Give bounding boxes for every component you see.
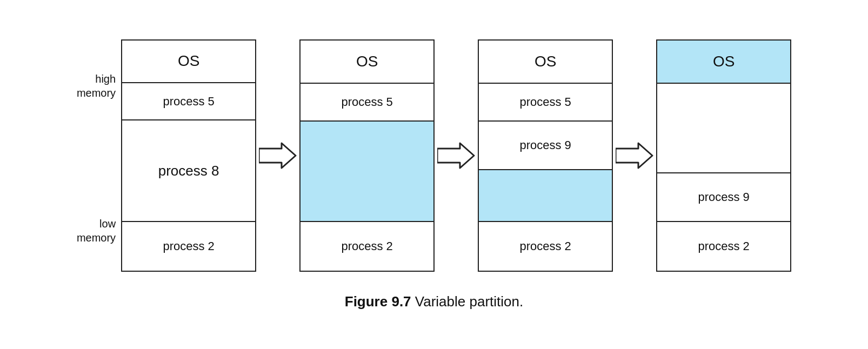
process2-cell-4: process 2 [657,222,790,271]
low-memory-label: lowmemory [77,217,116,245]
process2-cell-2: process 2 [301,222,433,271]
arrow-icon-3 [616,142,653,169]
high-memory-label: highmemory [77,72,116,100]
os-cell-4: OS [657,41,790,84]
os-cell-2: OS [301,41,433,84]
arrow-1 [256,39,299,272]
figure-description: Variable partition. [415,293,523,310]
free-cell-2 [301,122,433,222]
diagram-area: highmemory lowmemory OS process 5 proces… [77,39,791,272]
os-cell-3: OS [479,41,612,84]
svg-marker-1 [437,143,474,168]
process5-cell-1: process 5 [122,83,255,120]
arrow-icon-2 [437,142,475,169]
process5-cell-3: process 5 [479,84,612,122]
process2-cell-1: process 2 [122,222,255,270]
memory-block-4: OSprocess 9process 2 [656,39,791,272]
memory-block-2: OS process 5 process 2 [299,39,435,272]
arrow-2 [435,39,478,272]
memory-block-3: OS process 5 process 9 process 2 [478,39,613,272]
free-cell-4 [657,84,790,173]
process9-cell-3: process 9 [479,122,612,170]
figure-number: Figure 9.7 [345,293,411,310]
os-cell-1: OS [122,41,255,83]
free-cell-3 [479,170,612,222]
memory-block-1: OS process 5 process 8 process 2 [121,39,256,272]
figure-caption: Figure 9.7 Variable partition. [345,293,523,310]
arrow-3 [613,39,656,272]
memory-labels: highmemory lowmemory [77,39,116,272]
process9-cell-4: process 9 [657,173,790,222]
svg-marker-2 [616,143,652,168]
process8-cell-1: process 8 [122,120,255,222]
arrow-icon-1 [259,142,297,169]
svg-marker-0 [259,143,296,168]
process2-cell-3: process 2 [479,222,612,271]
process5-cell-2: process 5 [301,84,433,122]
